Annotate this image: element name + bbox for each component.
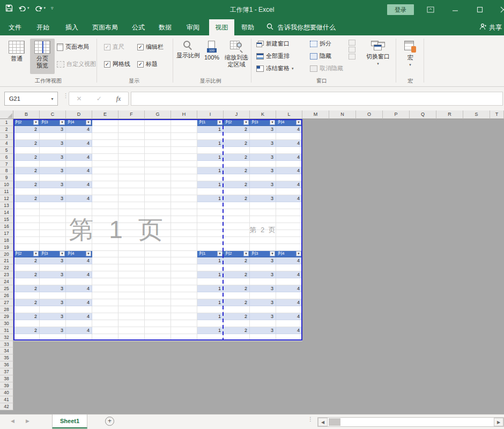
cell-I7[interactable] xyxy=(197,161,224,168)
cell-S5[interactable] xyxy=(463,147,490,154)
cell-O33[interactable] xyxy=(356,341,383,348)
cell-L9[interactable] xyxy=(276,174,302,181)
cell-I5[interactable] xyxy=(197,147,224,154)
row-header-27[interactable]: 27 xyxy=(0,299,13,306)
row-header-16[interactable]: 16 xyxy=(0,223,13,230)
cell-K23[interactable]: 3 xyxy=(250,271,276,278)
cell-R29[interactable] xyxy=(436,313,463,320)
cell-H33[interactable] xyxy=(171,341,197,348)
cell-B37[interactable] xyxy=(13,368,40,375)
cell-G2[interactable] xyxy=(145,126,171,133)
gridlines-checkbox[interactable]: ✓ 网格线 xyxy=(104,60,130,68)
cell-F1[interactable] xyxy=(118,119,145,126)
cell-J15[interactable] xyxy=(224,216,250,223)
cell-N39[interactable] xyxy=(329,382,356,389)
cell-Q21[interactable] xyxy=(410,257,436,264)
cell-E16[interactable] xyxy=(92,223,118,230)
cell-C5[interactable] xyxy=(40,147,66,154)
cell-S39[interactable] xyxy=(463,382,490,389)
cell-B2[interactable]: 2 xyxy=(13,126,40,133)
cell-D3[interactable] xyxy=(66,133,92,140)
cell-B27[interactable]: 2 xyxy=(13,299,40,306)
cell-N14[interactable] xyxy=(329,209,356,216)
cell-C14[interactable] xyxy=(40,209,66,216)
cell-H3[interactable] xyxy=(171,133,197,140)
cell-C32[interactable] xyxy=(40,334,66,341)
cell-S7[interactable] xyxy=(463,161,490,168)
cell-N30[interactable] xyxy=(329,320,356,327)
cell-N17[interactable] xyxy=(329,230,356,237)
cell-R33[interactable] xyxy=(436,341,463,348)
cell-E28[interactable] xyxy=(92,306,118,313)
cell-P30[interactable] xyxy=(383,320,410,327)
cell-O30[interactable] xyxy=(356,320,383,327)
cell-I40[interactable] xyxy=(197,389,224,396)
cell-H21[interactable] xyxy=(171,257,197,264)
cell-O27[interactable] xyxy=(356,299,383,306)
column-header-E[interactable]: E xyxy=(92,110,118,119)
cell-G36[interactable] xyxy=(145,361,171,368)
cell-E36[interactable] xyxy=(92,361,118,368)
cell-L42[interactable] xyxy=(276,403,302,410)
cell-T8[interactable] xyxy=(490,167,504,174)
cell-C18[interactable] xyxy=(40,237,66,244)
cell-O12[interactable] xyxy=(356,195,383,202)
cell-K8[interactable]: 3 xyxy=(250,167,276,174)
cell-N9[interactable] xyxy=(329,174,356,181)
cell-F34[interactable] xyxy=(118,347,145,354)
cell-F16[interactable] xyxy=(118,223,145,230)
cell-I1[interactable]: 列1▼ xyxy=(197,119,224,126)
cell-J41[interactable] xyxy=(224,396,250,403)
headings-checkbox[interactable]: ✓ 标题 xyxy=(137,60,158,68)
cell-C24[interactable] xyxy=(40,278,66,285)
cell-G6[interactable] xyxy=(145,154,171,161)
cell-P5[interactable] xyxy=(383,147,410,154)
cell-I26[interactable] xyxy=(197,292,224,299)
cell-K19[interactable] xyxy=(250,244,276,251)
cell-S24[interactable] xyxy=(463,278,490,285)
cell-F14[interactable] xyxy=(118,209,145,216)
filter-dropdown-icon[interactable]: ▼ xyxy=(33,251,39,256)
cell-M42[interactable] xyxy=(302,403,329,410)
cell-E13[interactable] xyxy=(92,202,118,209)
cell-D14[interactable] xyxy=(66,209,92,216)
column-header-T[interactable]: T xyxy=(490,110,504,119)
cell-N37[interactable] xyxy=(329,368,356,375)
cell-F9[interactable] xyxy=(118,174,145,181)
cell-D19[interactable] xyxy=(66,244,92,251)
cell-H18[interactable] xyxy=(171,237,197,244)
cell-J30[interactable] xyxy=(224,320,250,327)
cell-R2[interactable] xyxy=(436,126,463,133)
cell-P15[interactable] xyxy=(383,216,410,223)
cell-J21[interactable]: 2 xyxy=(224,257,250,264)
cell-P27[interactable] xyxy=(383,299,410,306)
cell-D18[interactable] xyxy=(66,237,92,244)
cell-M23[interactable] xyxy=(302,271,329,278)
cell-L23[interactable]: 4 xyxy=(276,271,302,278)
cell-H6[interactable] xyxy=(171,154,197,161)
cell-F8[interactable] xyxy=(118,167,145,174)
cell-C40[interactable] xyxy=(40,389,66,396)
row-header-19[interactable]: 19 xyxy=(0,244,13,251)
cell-F10[interactable] xyxy=(118,181,145,188)
formula-bar-checkbox[interactable]: ✓ 编辑栏 xyxy=(137,43,164,51)
cell-K12[interactable]: 3 xyxy=(250,195,276,202)
cell-M26[interactable] xyxy=(302,292,329,299)
cell-K7[interactable] xyxy=(250,161,276,168)
close-icon[interactable] xyxy=(494,0,504,19)
cell-L1[interactable]: 列4▼ xyxy=(276,119,302,126)
cell-G31[interactable] xyxy=(145,327,171,334)
cell-O1[interactable] xyxy=(356,119,383,126)
cell-D8[interactable]: 4 xyxy=(66,167,92,174)
cell-J12[interactable]: 2 xyxy=(224,195,250,202)
cell-M12[interactable] xyxy=(302,195,329,202)
cell-J6[interactable]: 2 xyxy=(224,154,250,161)
cell-K14[interactable] xyxy=(250,209,276,216)
reset-window-position-icon[interactable] xyxy=(349,54,355,60)
cell-E24[interactable] xyxy=(92,278,118,285)
cell-E37[interactable] xyxy=(92,368,118,375)
cell-I39[interactable] xyxy=(197,382,224,389)
cell-G16[interactable] xyxy=(145,223,171,230)
cell-G41[interactable] xyxy=(145,396,171,403)
row-header-13[interactable]: 13 xyxy=(0,202,13,209)
